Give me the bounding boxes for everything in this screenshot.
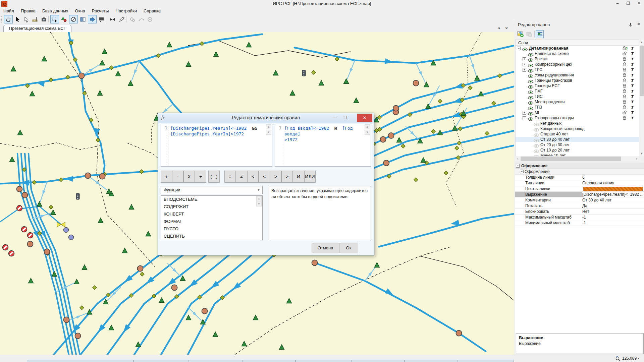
fill-color-swatch[interactable] — [583, 187, 643, 191]
dialog-close-button[interactable]: ✕ — [357, 114, 372, 122]
flow-arrow-icon[interactable] — [88, 15, 97, 23]
scroll-down-icon[interactable]: ▼ — [365, 130, 370, 135]
calc-gears-icon[interactable] — [128, 15, 137, 23]
operator-button-И[interactable]: И — [293, 171, 304, 183]
function-item[interactable]: ВПОДСИСТЕМЕ — [161, 196, 262, 203]
calc-target-icon[interactable] — [146, 15, 154, 23]
text-labels-icon[interactable]: T — [631, 88, 634, 94]
operator-button-=[interactable]: = — [224, 171, 236, 183]
text-labels-icon[interactable]: T — [631, 78, 634, 83]
menu-item-1[interactable]: Файл — [0, 7, 17, 15]
layer-row-менее-10-лет[interactable]: Менее 10 лет — [516, 153, 639, 156]
tree-vertical-scrollbar[interactable]: ▲ ▼ — [639, 40, 644, 156]
collapse-icon[interactable]: − — [517, 47, 521, 50]
edit-circle-icon[interactable] — [69, 15, 78, 23]
layer-row-гис[interactable]: ГИСT — [516, 94, 639, 99]
layer-row-пхг[interactable]: ПХГT — [516, 88, 639, 94]
operator-button-parentheses[interactable]: (...) — [208, 171, 220, 183]
scroll-down-icon[interactable]: ▼ — [266, 130, 271, 135]
layer-row-детализированная[interactable]: −Детализированная?T — [516, 46, 639, 51]
split-columns-icon[interactable] — [78, 15, 87, 23]
property-value[interactable]: -1 — [582, 215, 644, 220]
layer-row-узлы-редуцирования[interactable]: Узлы редуцированияT — [516, 72, 639, 78]
function-item[interactable]: ВХОДИТ — [161, 240, 262, 240]
symbol-style-icon[interactable] — [60, 15, 68, 23]
vertical-scroll-thumb[interactable] — [640, 46, 644, 96]
select-cursor-icon[interactable] — [13, 15, 22, 23]
text-labels-icon[interactable]: T — [631, 83, 634, 88]
scroll-left-icon[interactable]: ‹ — [515, 156, 520, 161]
ok-button[interactable]: Ок — [339, 243, 358, 253]
layer-row-гпз[interactable]: ГПЗT — [516, 105, 639, 110]
zoom-value[interactable]: 126,089 — [622, 356, 637, 361]
property-row-8[interactable]: Максимальный масштаб-1 — [515, 215, 644, 220]
functions-dropdown[interactable]: Функции ▼ — [161, 186, 263, 194]
menu-item-5[interactable]: Расчеты — [89, 7, 112, 15]
text-labels-icon[interactable]: T — [631, 110, 634, 115]
expand-icon[interactable]: + — [523, 68, 526, 72]
window-minimize-button[interactable]: – — [612, 0, 623, 7]
screen-comment-icon[interactable] — [97, 15, 106, 23]
layer-row-от-30-до-40-лет[interactable]: От 30 до 40 лет — [516, 137, 639, 142]
pan-hand-icon[interactable] — [4, 15, 13, 23]
layer-row-от-20-до-30-лет[interactable]: От 20 до 30 лет — [516, 142, 639, 147]
property-value[interactable]: -1 — [582, 220, 644, 226]
window-maximize-button[interactable]: ❐ — [623, 0, 633, 7]
expand-icon[interactable]: + — [523, 111, 526, 115]
function-item[interactable]: ФОРМАТ — [161, 218, 262, 225]
editor-scroll-buttons[interactable]: ▲▼ — [266, 124, 272, 135]
layer-row-надписи-на-схеме[interactable]: Надписи на схемеT — [516, 51, 639, 56]
expression-editor-localized[interactable]: 1 [Год ввода]<=1982 И [Год ввода] >1972 … — [275, 124, 371, 167]
scroll-up-icon[interactable]: ▲ — [256, 196, 262, 201]
layer-row-грс[interactable]: +ГРСT — [516, 67, 639, 72]
property-value[interactable]: Сплошная линия — [582, 180, 644, 186]
text-labels-icon[interactable]: T — [631, 56, 634, 62]
scroll-up-icon[interactable]: ▲ — [365, 124, 370, 129]
window-close-button[interactable]: ✕ — [634, 0, 644, 7]
horizontal-scroll-thumb[interactable] — [521, 157, 621, 161]
text-labels-icon[interactable]: T — [631, 51, 634, 56]
cancel-button[interactable]: Отмена — [312, 243, 339, 253]
property-value[interactable]: От 30 до 40 лет — [582, 197, 644, 203]
operator-button-≤[interactable]: ≤ — [259, 171, 270, 183]
property-row-9[interactable]: Минимальный масштаб-1 — [515, 220, 644, 226]
layer-row-месторождения[interactable]: МесторожденияT — [516, 99, 639, 105]
operator-button-<[interactable]: < — [247, 171, 259, 183]
property-value[interactable]: Нет — [582, 209, 644, 215]
layer-row-конкретный-газопровод[interactable]: Конкретный газопровод — [516, 126, 639, 131]
collapse-icon[interactable]: − — [523, 116, 526, 120]
operator-button-+[interactable]: + — [161, 171, 172, 183]
zoom-control[interactable]: 126,089 ▾ — [615, 355, 639, 361]
expand-icon[interactable]: + — [523, 57, 526, 61]
tab-close-icon[interactable]: ✕ — [503, 25, 509, 31]
text-labels-icon[interactable]: T — [631, 62, 634, 67]
function-item[interactable]: ПУСТО — [161, 225, 262, 233]
function-item[interactable]: СОДЕРЖИТ — [161, 203, 262, 210]
expression-editor-raw[interactable]: 1 [DischargePipes.YearIn]<=1982 && [Disc… — [161, 124, 272, 167]
layer-row-компрессорный-цех[interactable]: +Компрессорный цехT — [516, 62, 639, 67]
scroll-up-icon[interactable]: ▲ — [266, 124, 271, 129]
layer-row-границы-есг[interactable]: Границы ЕСГT — [516, 83, 639, 88]
layer-row-старше-40-лет[interactable]: Старше 40 лет — [516, 131, 639, 137]
rect-select-icon[interactable] — [50, 15, 59, 23]
visibility-off-icon[interactable] — [534, 154, 539, 156]
property-value[interactable]: 6 — [582, 175, 644, 180]
text-labels-icon[interactable]: T — [631, 105, 634, 110]
valve-icon[interactable] — [108, 15, 117, 23]
layer-row-мг[interactable]: +МГT — [516, 110, 639, 115]
new-map-layer-icon[interactable] — [517, 30, 525, 38]
layer-properties-icon[interactable] — [536, 30, 544, 38]
panel-close-icon[interactable]: ✕ — [637, 22, 640, 26]
property-row-4[interactable]: Выражение[DischargePipes.YearIn]<=1982 .… — [515, 192, 644, 197]
layer-row-газопроводы-отводы[interactable]: −Газопроводы-отводыT — [516, 115, 639, 121]
layer-row-от-10-до-20-лет[interactable]: От 10 до 20 лет — [516, 147, 639, 153]
dialog-titlebar[interactable]: fx Редактор тематических правил — ❐ ✕ — [158, 113, 374, 123]
property-value[interactable]: [DischargePipes.YearIn]<=1982 ... — [582, 192, 644, 197]
text-labels-icon[interactable]: T — [631, 99, 634, 105]
property-row-2[interactable]: Тип линииСплошная линия — [515, 180, 644, 186]
scroll-down-icon[interactable]: ▼ — [639, 151, 644, 156]
expression-code-raw[interactable]: [DischargePipes.YearIn]<=1982 && [Discha… — [170, 125, 265, 137]
layer-row-врезки[interactable]: +ВрезкиT — [516, 56, 639, 62]
operator-button-≠[interactable]: ≠ — [236, 171, 247, 183]
zoom-dropdown-icon[interactable]: ▾ — [638, 357, 639, 360]
